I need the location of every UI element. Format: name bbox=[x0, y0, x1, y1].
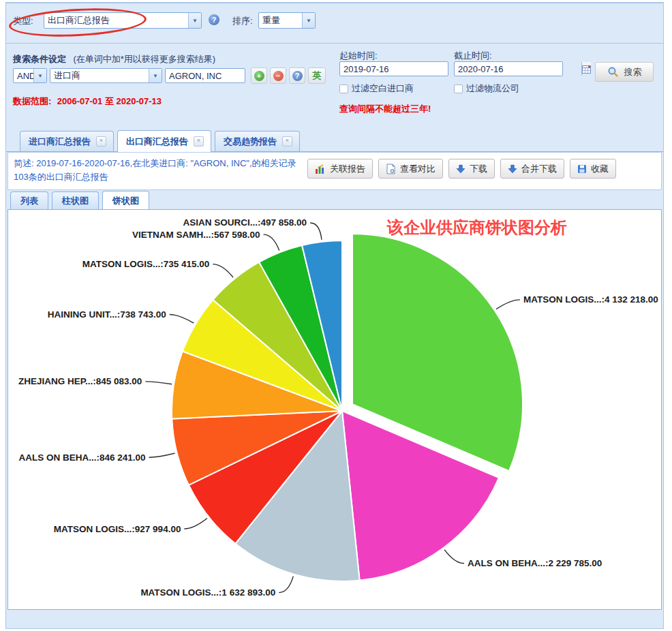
add-condition-button[interactable]: + bbox=[251, 67, 267, 84]
search-button-label: 搜索 bbox=[624, 66, 642, 78]
search-section-title: 搜索条件设定 (在单词中加*用以获得更多搜索结果) bbox=[13, 52, 215, 65]
pie-label-leader bbox=[145, 382, 172, 384]
search-icon bbox=[607, 66, 619, 78]
pie-label-leader bbox=[184, 518, 207, 529]
chevron-down-icon[interactable]: ▼ bbox=[302, 13, 315, 28]
chevron-down-icon[interactable]: ▼ bbox=[33, 69, 46, 82]
view-tabstrip: 列表 柱状图 饼状图 bbox=[10, 190, 149, 209]
bar-chart-icon bbox=[315, 164, 326, 174]
download-icon bbox=[456, 164, 465, 174]
close-icon[interactable]: × bbox=[282, 136, 292, 147]
keyword-input[interactable] bbox=[165, 68, 245, 83]
pie-label-leader bbox=[213, 264, 233, 277]
pie-label-leader bbox=[310, 223, 322, 240]
pie-label-leader bbox=[444, 550, 464, 564]
filter-blank-importer-label: 过滤空白进口商 bbox=[352, 82, 414, 95]
report-tabstrip: 进口商汇总报告 × 出口商汇总报告 × 交易趋势报告 × bbox=[6, 129, 663, 152]
calendar-icon[interactable] bbox=[581, 62, 591, 76]
operator-dropdown[interactable]: AND ▼ bbox=[13, 68, 47, 83]
tab-trade-trend[interactable]: 交易趋势报告 × bbox=[215, 131, 300, 151]
pie-label-leader bbox=[170, 314, 194, 323]
operator-value: AND bbox=[14, 71, 33, 81]
merge-download-button[interactable]: 合并下载 bbox=[500, 159, 564, 179]
report-actions: 关联报告 查看对比 下载 合并下载 收藏 bbox=[307, 153, 616, 179]
remove-condition-button[interactable]: − bbox=[270, 67, 286, 84]
language-label: 英 bbox=[313, 70, 322, 82]
pie-slice-label: VIETNAM SAMH...:567 598.00 bbox=[132, 230, 260, 240]
pie-slice-label: ZHEJIANG HEP...:845 083.00 bbox=[18, 376, 142, 386]
pie-label-leader bbox=[279, 576, 293, 593]
tab-label: 交易趋势报告 bbox=[224, 136, 277, 148]
condition-help-button[interactable]: ? bbox=[289, 67, 305, 84]
pie-slice-label: AALS ON BEHA...:846 241.00 bbox=[18, 452, 145, 463]
pie-slice-label: MATSON LOGIS...:1 632 893.00 bbox=[140, 587, 275, 598]
chevron-down-icon[interactable]: ▼ bbox=[188, 13, 201, 28]
supplier-pie-chart: MATSON LOGIS...:4 132 218.00AALS ON BEHA… bbox=[8, 210, 661, 608]
data-range: 数据范围: 2006-07-01 至 2020-07-13 bbox=[13, 95, 162, 108]
pie-slice-label: AALS ON BEHA...:2 229 785.00 bbox=[468, 558, 602, 568]
download-button[interactable]: 下载 bbox=[448, 159, 495, 179]
sort-dropdown[interactable]: 重量 ▼ bbox=[258, 12, 316, 29]
document-gear-icon bbox=[386, 164, 396, 174]
view-compare-button[interactable]: 查看对比 bbox=[378, 159, 443, 179]
pie-slice-label: MATSON LOGIS...:927 994.00 bbox=[54, 524, 181, 534]
end-date-input[interactable] bbox=[455, 62, 581, 76]
pie-slice-label: HAINING UNIT...:738 743.00 bbox=[48, 309, 166, 320]
filter-logistics-checkbox[interactable] bbox=[454, 84, 463, 93]
end-date-field bbox=[454, 61, 563, 76]
help-icon: ? bbox=[292, 71, 303, 81]
data-range-value: 2006-07-01 至 2020-07-13 bbox=[57, 96, 162, 106]
close-icon[interactable]: × bbox=[194, 136, 204, 147]
subtab-bar-chart[interactable]: 柱状图 bbox=[52, 191, 99, 209]
pie-slice-label: MATSON LOGIS...:4 132 218.00 bbox=[523, 294, 658, 305]
highlight-ellipse-annotation bbox=[8, 5, 147, 40]
sort-value: 重量 bbox=[259, 14, 302, 27]
minus-icon: − bbox=[273, 71, 284, 81]
chart-title: 该企业供应商饼状图分析 bbox=[387, 217, 567, 238]
pie-slice-label: MATSON LOGIS...:735 415.00 bbox=[82, 259, 210, 269]
search-condition-row: AND ▼ 进口商 ▼ + − ? 英 bbox=[13, 67, 326, 84]
pie-slice-label: ASIAN SOURCI...:497 858.00 bbox=[183, 217, 307, 228]
close-icon[interactable]: × bbox=[96, 136, 106, 147]
download-icon bbox=[508, 164, 517, 174]
tab-exporter-summary[interactable]: 出口商汇总报告 × bbox=[117, 130, 211, 152]
report-summary-panel: 简述: 2019-07-16-2020-07-16,在北美进口商: "AGRON… bbox=[7, 152, 662, 190]
start-date-field bbox=[339, 61, 448, 76]
report-summary-text: 简述: 2019-07-16-2020-07-16,在北美进口商: "AGRON… bbox=[8, 153, 307, 184]
data-range-label: 数据范围: bbox=[13, 96, 51, 106]
related-report-button[interactable]: 关联报告 bbox=[307, 159, 373, 179]
filter-blank-importer-option: 过滤空白进口商 bbox=[339, 82, 414, 95]
language-toggle-button[interactable]: 英 bbox=[308, 67, 326, 84]
type-sort-toolbar: 类型: 出口商汇总报告 ▼ ? 排序: 重量 ▼ bbox=[6, 3, 663, 43]
start-date-input[interactable] bbox=[340, 62, 467, 76]
filter-logistics-option: 过滤物流公司 bbox=[454, 82, 519, 95]
favorite-button[interactable]: 收藏 bbox=[570, 159, 616, 179]
filter-blank-importer-checkbox[interactable] bbox=[339, 84, 348, 93]
plus-icon: + bbox=[254, 71, 264, 81]
chevron-down-icon[interactable]: ▼ bbox=[149, 69, 162, 82]
field-value: 进口商 bbox=[50, 70, 149, 82]
help-icon[interactable]: ? bbox=[209, 14, 219, 25]
save-icon bbox=[577, 164, 587, 174]
end-date-label: 截止时间: bbox=[454, 50, 492, 62]
pie-label-leader bbox=[264, 234, 279, 250]
tab-label: 出口商汇总报告 bbox=[126, 136, 188, 148]
sort-label: 排序: bbox=[232, 15, 253, 27]
search-hint: (在单词中加*用以获得更多搜索结果) bbox=[73, 54, 215, 64]
filter-logistics-label: 过滤物流公司 bbox=[466, 82, 519, 95]
pie-chart-panel: MATSON LOGIS...:4 132 218.00AALS ON BEHA… bbox=[7, 209, 662, 610]
start-date-label: 起始时间: bbox=[339, 50, 378, 62]
search-button[interactable]: 搜索 bbox=[595, 62, 654, 82]
tab-label: 进口商汇总报告 bbox=[29, 136, 91, 148]
date-range-warning: 查询间隔不能超过三年! bbox=[339, 103, 431, 115]
search-condition-panel: 搜索条件设定 (在单词中加*用以获得更多搜索结果) AND ▼ 进口商 ▼ + … bbox=[6, 43, 663, 129]
app-window: 类型: 出口商汇总报告 ▼ ? 排序: 重量 ▼ 搜索条件设定 (在单词中加*用… bbox=[5, 2, 664, 629]
tab-importer-summary[interactable]: 进口商汇总报告 × bbox=[20, 131, 114, 151]
subtab-pie-chart[interactable]: 饼状图 bbox=[102, 191, 149, 210]
pie-label-leader bbox=[496, 300, 520, 309]
field-dropdown[interactable]: 进口商 ▼ bbox=[50, 68, 162, 83]
subtab-list[interactable]: 列表 bbox=[10, 191, 48, 209]
pie-label-leader bbox=[149, 453, 175, 457]
